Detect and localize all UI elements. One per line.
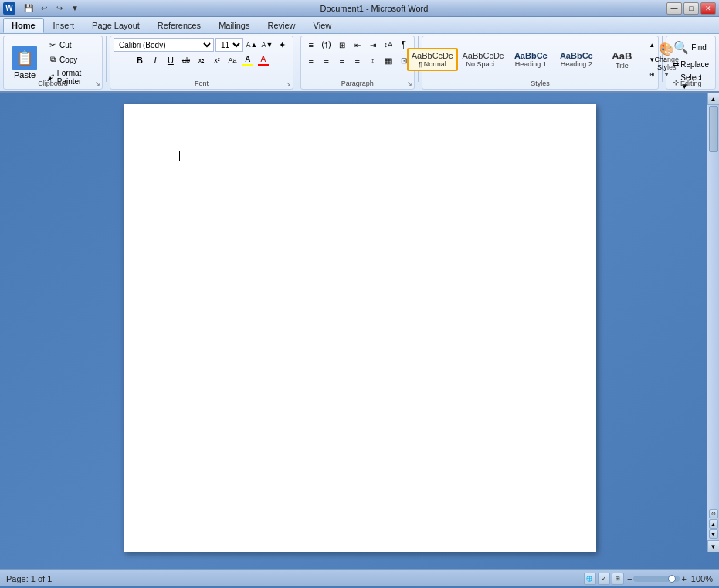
clipboard-expander[interactable]: ↘ [95, 80, 100, 87]
replace-label: Replace [680, 60, 709, 69]
change-case-button[interactable]: Aa [226, 53, 239, 67]
highlight-color-bar [242, 64, 253, 66]
tab-home[interactable]: Home [3, 18, 44, 33]
styles-scroll-up[interactable]: ▲ [645, 38, 659, 52]
text-highlight-button[interactable]: A [241, 53, 255, 67]
font-row-1: Calibri (Body) 11 A▲ A▼ ✦ [114, 38, 290, 52]
font-color-letter: A [261, 55, 266, 63]
prev-page-button[interactable]: ▲ [709, 519, 718, 529]
cut-button[interactable]: ✂ Cut [44, 38, 99, 52]
align-left-button[interactable]: ≡ [304, 53, 318, 67]
window-controls: — □ ✕ [666, 2, 716, 15]
font-color-button[interactable]: A [256, 53, 270, 67]
clipboard-group-label: Clipboard [4, 80, 102, 87]
para-row-1: ≡ ⑴ ⊞ ⇤ ⇥ ↕A ¶ [304, 38, 411, 52]
tab-review[interactable]: Review [259, 18, 304, 33]
page-info: Page: 1 of 1 [6, 574, 52, 583]
font-family-select[interactable]: Calibri (Body) [114, 38, 214, 52]
scroll-thumb[interactable] [709, 106, 718, 152]
document-page[interactable] [124, 104, 596, 552]
close-button[interactable]: ✕ [700, 2, 716, 15]
zoom-control: − + 100% [627, 574, 713, 583]
shading-button[interactable]: ▦ [382, 53, 395, 67]
font-size-increase-button[interactable]: A▲ [245, 38, 259, 52]
qa-redo-button[interactable]: ↪ [53, 2, 66, 15]
tab-mailings[interactable]: Mailings [210, 18, 258, 33]
decrease-indent-button[interactable]: ⇤ [351, 38, 365, 52]
next-page-button[interactable]: ▼ [709, 529, 718, 539]
paragraph-group: ≡ ⑴ ⊞ ⇤ ⇥ ↕A ¶ ≡ ≡ ≡ ≡ ↕ ▦ ⊡ Paragraph ↘ [300, 36, 415, 90]
tab-page-layout[interactable]: Page Layout [83, 18, 148, 33]
style-title-preview: AaB [603, 50, 640, 62]
paste-label: Paste [14, 70, 36, 80]
style-normal-item[interactable]: AaBbCcDc ¶ Normal [407, 48, 458, 71]
superscript-button[interactable]: x² [210, 53, 224, 67]
scroll-up-button[interactable]: ▲ [707, 93, 720, 105]
align-right-button[interactable]: ≡ [335, 53, 349, 67]
style-title-label: Title [603, 62, 640, 70]
font-size-decrease-button[interactable]: A▼ [260, 38, 274, 52]
strikethrough-button[interactable]: ab [179, 53, 193, 67]
bold-button[interactable]: B [133, 53, 147, 67]
minimize-button[interactable]: — [666, 2, 682, 15]
style-nospacing-preview: AaBbCcDc [463, 51, 504, 60]
copy-label: Copy [59, 56, 77, 64]
font-expander[interactable]: ↘ [286, 80, 291, 87]
align-center-button[interactable]: ≡ [320, 53, 334, 67]
cut-icon: ✂ [47, 39, 58, 50]
document-area[interactable] [0, 93, 719, 569]
cut-label: Cut [59, 41, 72, 49]
status-left: Page: 1 of 1 [6, 574, 59, 583]
language-button[interactable]: 🌐 [584, 573, 596, 585]
multilevel-list-button[interactable]: ⊞ [335, 38, 349, 52]
zoom-plus-button[interactable]: + [681, 574, 686, 583]
vertical-scrollbar: ▲ ⊙ ▲ ▼ ▼ [707, 93, 719, 552]
editing-content: 🔍 Find ⇄ Replace ⊹ Select ▼ [670, 38, 712, 101]
style-heading1-item[interactable]: AaBbCc Heading 1 [508, 49, 553, 70]
zoom-minus-button[interactable]: − [627, 574, 632, 583]
font-size-select[interactable]: 11 [215, 38, 243, 52]
style-title-item[interactable]: AaB Title [599, 48, 644, 72]
subscript-button[interactable]: x₂ [195, 53, 209, 67]
browse-select-button[interactable]: ⊙ [709, 509, 718, 518]
scroll-track [708, 106, 719, 507]
scroll-nav-icons: ⊙ ▲ ▼ [707, 508, 720, 540]
paste-button[interactable]: 📋 Paste [7, 43, 42, 82]
divider-2 [297, 36, 297, 82]
bullets-button[interactable]: ≡ [304, 38, 318, 52]
style-nospacing-item[interactable]: AaBbCcDc No Spaci... [459, 49, 508, 70]
qa-save-button[interactable]: 💾 [22, 2, 36, 15]
find-button[interactable]: 🔍 Find [670, 38, 710, 57]
status-bar: Page: 1 of 1 🌐 ✓ ⊞ − + 100% [0, 569, 719, 586]
numbering-button[interactable]: ⑴ [320, 38, 334, 52]
qa-undo-button[interactable]: ↩ [37, 2, 51, 15]
zoom-level: 100% [691, 574, 713, 583]
scroll-down-button[interactable]: ▼ [707, 540, 720, 552]
justify-button[interactable]: ≡ [351, 53, 365, 67]
tab-view[interactable]: View [305, 18, 341, 33]
copy-button[interactable]: ⧉ Copy [44, 53, 99, 66]
font-group-label: Font [110, 80, 293, 87]
copy-icon: ⧉ [47, 54, 58, 65]
replace-button[interactable]: ⇄ Replace [670, 59, 712, 70]
style-heading1-label: Heading 1 [512, 60, 549, 68]
tab-references[interactable]: References [149, 18, 209, 33]
zoom-thumb[interactable] [668, 575, 676, 583]
font-color-bar [258, 64, 269, 66]
spell-check-button[interactable]: ✓ [598, 573, 610, 585]
sort-button[interactable]: ↕A [382, 38, 395, 52]
increase-indent-button[interactable]: ⇥ [366, 38, 380, 52]
layout-view-button[interactable]: ⊞ [612, 573, 624, 585]
qa-dropdown-button[interactable]: ▼ [68, 2, 82, 15]
ribbon-tabs: Home Insert Page Layout References Maili… [0, 17, 719, 34]
style-heading2-item[interactable]: AaBbCc Heading 2 [554, 49, 599, 70]
tab-insert[interactable]: Insert [45, 18, 83, 33]
clear-formatting-button[interactable]: ✦ [276, 38, 290, 52]
underline-button[interactable]: U [164, 53, 178, 67]
zoom-slider[interactable] [633, 576, 680, 582]
line-spacing-button[interactable]: ↕ [366, 53, 380, 67]
document-container: ▲ ⊙ ▲ ▼ ▼ [0, 93, 719, 569]
paragraph-group-label: Paragraph [301, 80, 414, 87]
italic-button[interactable]: I [148, 53, 162, 67]
maximize-button[interactable]: □ [683, 2, 699, 15]
